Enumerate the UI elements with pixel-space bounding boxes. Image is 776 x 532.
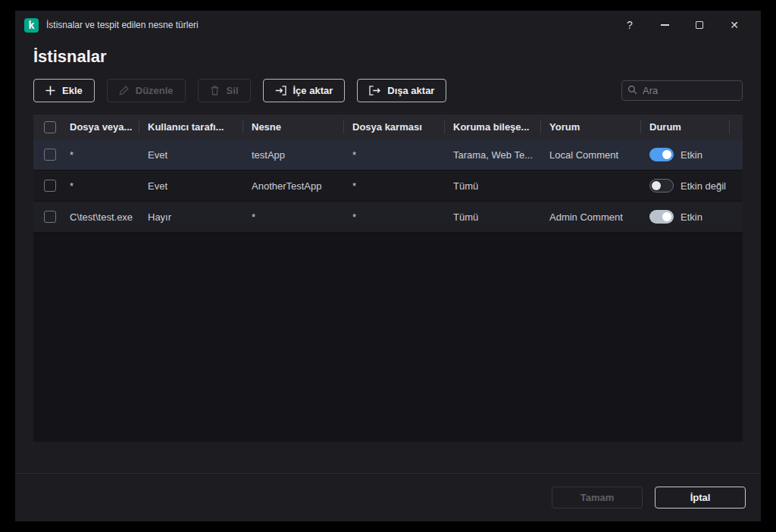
cell-object: AnotherTestApp (242, 180, 343, 192)
row-checkbox[interactable] (44, 149, 56, 161)
cell-user: Hayır (139, 211, 242, 223)
cell-component: Tarama, Web Te... (444, 149, 540, 161)
cell-object: * (242, 211, 343, 223)
cell-hash: * (343, 211, 444, 223)
cell-component: Tümü (444, 211, 540, 223)
import-button-label: İçe aktar (293, 85, 333, 96)
add-button[interactable]: Ekle (33, 79, 95, 102)
export-icon (369, 86, 380, 95)
column-header[interactable]: Durum (640, 114, 729, 139)
titlebar: k İstisnalar ve tespit edilen nesne türl… (15, 11, 761, 39)
toolbar: Ekle Düzenle Sil İçe aktar Dışa aktar (33, 79, 743, 102)
table-body: *EvettestApp*Tarama, Web Te...Local Comm… (33, 139, 743, 442)
status-toggle[interactable] (649, 148, 674, 161)
edit-button-label: Düzenle (136, 85, 174, 96)
cell-hash: * (343, 149, 444, 161)
status-toggle[interactable] (649, 210, 674, 224)
status-label: Etkin değil (681, 180, 726, 192)
row-checkbox[interactable] (44, 211, 56, 223)
cell-comment: Local Comment (540, 149, 640, 161)
header-checkbox-cell (33, 114, 61, 139)
cell-component: Tümü (444, 180, 540, 192)
row-checkbox[interactable] (44, 180, 56, 192)
table-row[interactable]: *EvettestApp*Tarama, Web Te...Local Comm… (33, 139, 743, 171)
search-icon (627, 85, 637, 95)
footer-spacer (15, 442, 761, 473)
status-label: Etkin (681, 211, 702, 223)
search-box (621, 80, 743, 101)
row-checkbox-cell (33, 149, 61, 161)
table-row[interactable]: *EvetAnotherTestApp*TümüEtkin değil (33, 171, 743, 202)
cell-status: Etkin değil (640, 179, 729, 192)
cell-hash: * (343, 180, 444, 192)
cell-status: Etkin (640, 148, 729, 161)
maximize-icon (696, 21, 703, 29)
table-row[interactable]: C\test\test.exeHayır**TümüAdmin CommentE… (33, 202, 743, 233)
edit-button[interactable]: Düzenle (107, 79, 186, 102)
close-button[interactable]: ✕ (717, 14, 752, 36)
export-button[interactable]: Dışa aktar (357, 79, 446, 102)
footer: Tamam İptal (15, 473, 761, 521)
exclusions-table: Dosya veya...Kullanıcı tarafı...NesneDos… (33, 114, 743, 442)
plus-icon (45, 86, 55, 95)
app-window: k İstisnalar ve tespit edilen nesne türl… (15, 11, 761, 521)
column-header[interactable]: Yorum (540, 114, 640, 139)
minimize-button[interactable] (647, 14, 682, 36)
status-toggle[interactable] (649, 179, 674, 192)
import-icon (275, 86, 286, 95)
cell-file: * (61, 149, 139, 161)
kaspersky-logo-icon: k (24, 18, 39, 33)
column-header[interactable]: Kullanıcı tarafı... (139, 114, 242, 139)
delete-button[interactable]: Sil (198, 79, 251, 102)
ok-button[interactable]: Tamam (552, 487, 643, 509)
window-title: İstisnalar ve tespit edilen nesne türler… (46, 20, 199, 30)
cell-comment: Admin Comment (540, 211, 640, 223)
import-button[interactable]: İçe aktar (263, 79, 346, 102)
cancel-button[interactable]: İptal (655, 487, 746, 509)
search-input[interactable] (621, 80, 743, 101)
cell-file: * (61, 180, 139, 192)
column-header[interactable]: Koruma bileşe... (444, 114, 540, 139)
header-gutter (729, 114, 743, 139)
cell-object: testApp (242, 149, 343, 161)
column-header[interactable]: Dosya veya... (61, 114, 139, 139)
pencil-icon (119, 86, 129, 95)
export-button-label: Dışa aktar (387, 85, 434, 96)
page-title: İstisnalar (33, 47, 743, 67)
cell-user: Evet (139, 180, 242, 192)
trash-icon (210, 86, 220, 95)
delete-button-label: Sil (227, 85, 239, 96)
maximize-button[interactable] (682, 14, 717, 36)
column-header[interactable]: Nesne (242, 114, 343, 139)
window-controls: ? ✕ (612, 14, 752, 36)
select-all-checkbox[interactable] (44, 121, 56, 133)
row-checkbox-cell (33, 211, 61, 223)
add-button-label: Ekle (62, 85, 83, 96)
minimize-icon (661, 24, 669, 26)
row-checkbox-cell (33, 180, 61, 192)
help-button[interactable]: ? (612, 14, 647, 36)
column-header[interactable]: Dosya karması (343, 114, 444, 139)
status-label: Etkin (681, 149, 702, 161)
table-header: Dosya veya...Kullanıcı tarafı...NesneDos… (33, 114, 743, 139)
cell-user: Evet (139, 149, 242, 161)
cell-file: C\test\test.exe (61, 211, 139, 223)
cell-status: Etkin (640, 210, 729, 224)
